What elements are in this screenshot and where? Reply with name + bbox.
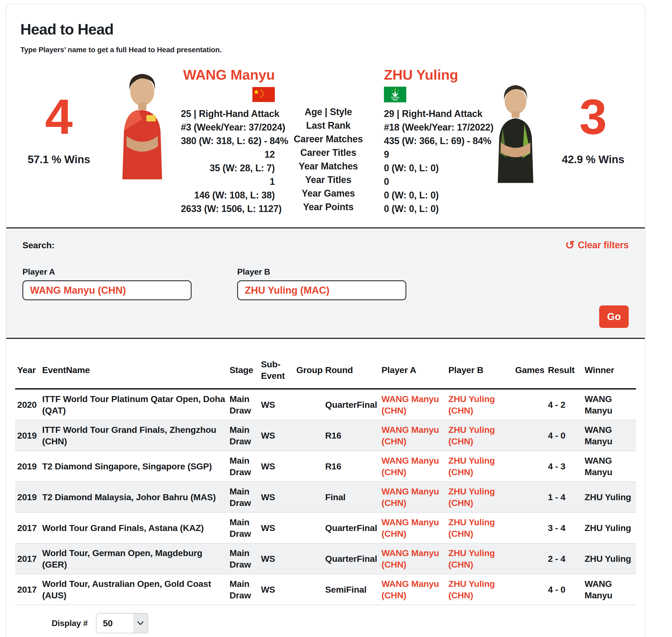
match-result: 4 - 2 bbox=[546, 389, 582, 420]
col-header-winner: Winner bbox=[582, 353, 636, 389]
page-subtitle: Type Players’ name to get a full Head to… bbox=[20, 46, 636, 54]
page-title: Head to Head bbox=[20, 20, 636, 38]
match-year: 2019 bbox=[15, 482, 40, 512]
player-b-stat-value: 0 (W: 0, L: 0) bbox=[384, 202, 481, 216]
match-sub-event: WS bbox=[259, 482, 294, 512]
player-a-link[interactable]: WANG Manyu (CHN) bbox=[381, 394, 439, 415]
match-stage: Main Draw bbox=[227, 543, 259, 574]
player-b-name[interactable]: ZHU Yuling bbox=[384, 67, 481, 83]
match-player-b-cell: ZHU Yuling (CHN) bbox=[446, 389, 513, 420]
player-b-field: Player B bbox=[237, 267, 406, 300]
player-b-input[interactable] bbox=[237, 280, 406, 300]
match-group bbox=[294, 543, 323, 574]
match-player-b-cell: ZHU Yuling (CHN) bbox=[446, 574, 513, 605]
match-winner: ZHU Yuling bbox=[582, 512, 636, 543]
stat-label: Year Points bbox=[277, 200, 379, 214]
match-result: 1 - 4 bbox=[546, 482, 582, 512]
player-a-silhouette bbox=[102, 67, 181, 179]
stat-label: Last Rank bbox=[277, 119, 379, 132]
display-count-select[interactable]: 50 bbox=[96, 613, 148, 633]
search-panel: Search: ↺ Clear filters Player A Player … bbox=[6, 228, 645, 339]
player-b-link[interactable]: ZHU Yuling (CHN) bbox=[448, 456, 495, 477]
player-a-input-label: Player A bbox=[22, 267, 191, 277]
player-b-link[interactable]: ZHU Yuling (CHN) bbox=[448, 425, 495, 446]
player-a-win-pct: 57.1 % Wins bbox=[15, 153, 102, 166]
stat-label: Age | Style bbox=[277, 105, 379, 119]
player-a-wins-count: 4 bbox=[15, 92, 102, 142]
player-a-stats-column: WANG Manyu ★ ★ ★ ★ ★ 25 | Right-Hand Att… bbox=[181, 67, 277, 216]
match-stage: Main Draw bbox=[227, 451, 259, 482]
match-result: 4 - 0 bbox=[546, 420, 582, 451]
col-header-games: Games bbox=[513, 353, 546, 389]
player-b-stat-value: 29 | Right-Hand Attack bbox=[384, 107, 481, 121]
player-b-link[interactable]: ZHU Yuling (CHN) bbox=[448, 486, 495, 508]
match-year: 2019 bbox=[15, 451, 40, 482]
match-games bbox=[513, 389, 546, 420]
col-header-year: Year bbox=[15, 353, 40, 389]
player-a-link[interactable]: WANG Manyu (CHN) bbox=[381, 579, 439, 600]
player-b-stat-value: 0 (W: 0, L: 0) bbox=[384, 161, 481, 175]
match-row: 2019 ITTF World Tour Grand Finals, Zheng… bbox=[15, 420, 636, 451]
match-row: 2017 World Tour Grand Finals, Astana (KA… bbox=[15, 512, 636, 543]
player-b-link[interactable]: ZHU Yuling (CHN) bbox=[448, 517, 495, 539]
stat-label: Career Titles bbox=[277, 146, 379, 160]
match-event-name: T2 Diamond Singapore, Singapore (SGP) bbox=[40, 451, 227, 482]
player-b-photo bbox=[481, 79, 550, 183]
clear-filters-link[interactable]: ↺ Clear filters bbox=[565, 239, 629, 251]
match-group bbox=[294, 420, 323, 451]
stat-label: Year Titles bbox=[277, 173, 379, 187]
player-a-input[interactable] bbox=[22, 280, 191, 300]
go-button[interactable]: Go bbox=[599, 306, 629, 328]
match-player-a-cell: WANG Manyu (CHN) bbox=[379, 574, 446, 605]
svg-text:★: ★ bbox=[397, 90, 399, 92]
match-player-a-cell: WANG Manyu (CHN) bbox=[379, 451, 446, 482]
player-a-stat-value: 1 bbox=[181, 175, 275, 188]
match-year: 2020 bbox=[15, 389, 40, 420]
match-sub-event: WS bbox=[259, 451, 294, 482]
player-a-name[interactable]: WANG Manyu bbox=[181, 67, 275, 83]
china-flag-icon: ★ ★ ★ ★ ★ bbox=[253, 87, 275, 102]
player-b-link[interactable]: ZHU Yuling (CHN) bbox=[448, 394, 495, 415]
match-player-b-cell: ZHU Yuling (CHN) bbox=[446, 543, 513, 574]
col-header-stage: Stage bbox=[227, 353, 259, 389]
match-sub-event: WS bbox=[259, 574, 294, 605]
svg-text:★: ★ bbox=[253, 88, 259, 95]
match-stage: Main Draw bbox=[227, 574, 259, 605]
match-games bbox=[513, 451, 546, 482]
match-stage: Main Draw bbox=[227, 512, 259, 543]
match-event-name: ITTF World Tour Grand Finals, Zhengzhou … bbox=[40, 420, 227, 451]
match-stage: Main Draw bbox=[227, 482, 259, 512]
player-a-link[interactable]: WANG Manyu (CHN) bbox=[381, 517, 439, 539]
macau-flag-icon: ★ ★ ★ bbox=[384, 87, 406, 102]
match-event-name: T2 Diamond Malaysia, Johor Bahru (MAS) bbox=[40, 482, 227, 512]
page: Head to Head Type Players’ name to get a… bbox=[0, 0, 672, 637]
col-header-player-a: Player A bbox=[379, 353, 446, 389]
player-b-link[interactable]: ZHU Yuling (CHN) bbox=[448, 579, 495, 600]
match-row: 2017 World Tour, German Open, Magdeburg … bbox=[15, 543, 636, 574]
match-player-b-cell: ZHU Yuling (CHN) bbox=[446, 451, 513, 482]
display-count-value: 50 bbox=[97, 614, 133, 633]
player-a-stat-value: 146 (W: 108, L: 38) bbox=[181, 188, 275, 202]
player-a-link[interactable]: WANG Manyu (CHN) bbox=[381, 548, 439, 569]
player-b-link[interactable]: ZHU Yuling (CHN) bbox=[448, 548, 495, 569]
match-result: 2 - 4 bbox=[546, 543, 582, 574]
col-header-player-b: Player B bbox=[446, 353, 513, 389]
player-a-link[interactable]: WANG Manyu (CHN) bbox=[381, 456, 439, 477]
player-a-field: Player A bbox=[22, 267, 191, 300]
svg-text:★: ★ bbox=[260, 96, 262, 98]
player-a-link[interactable]: WANG Manyu (CHN) bbox=[381, 425, 439, 446]
match-event-name: World Tour, German Open, Magdeburg (GER) bbox=[40, 543, 227, 574]
match-round: R16 bbox=[323, 420, 379, 451]
player-a-link[interactable]: WANG Manyu (CHN) bbox=[381, 486, 439, 508]
match-stage: Main Draw bbox=[227, 420, 259, 451]
match-event-name: ITTF World Tour Platinum Qatar Open, Doh… bbox=[40, 389, 227, 420]
match-sub-event: WS bbox=[259, 512, 294, 543]
player-b-stat-value: 9 bbox=[384, 148, 481, 161]
match-group bbox=[294, 482, 323, 512]
match-row: 2017 World Tour, Australian Open, Gold C… bbox=[15, 574, 636, 605]
stat-label: Career Matches bbox=[277, 132, 379, 146]
head-to-head-card: Head to Head Type Players’ name to get a… bbox=[6, 4, 646, 637]
match-player-b-cell: ZHU Yuling (CHN) bbox=[446, 512, 513, 543]
match-player-a-cell: WANG Manyu (CHN) bbox=[379, 389, 446, 420]
match-event-name: World Tour, Australian Open, Gold Coast … bbox=[40, 574, 227, 605]
